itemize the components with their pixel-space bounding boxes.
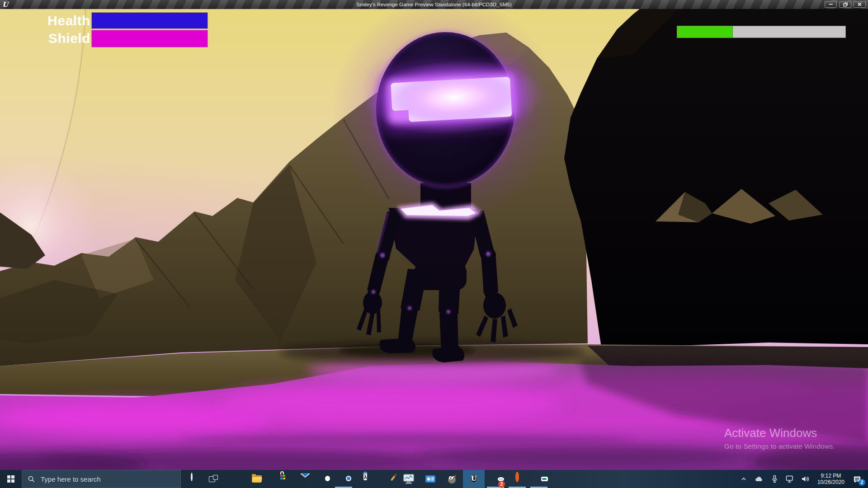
taskbar-icon-chrome[interactable] [333, 470, 354, 488]
chevron-up-icon [740, 475, 748, 483]
close-button[interactable] [854, 1, 866, 8]
minimize-button[interactable] [825, 1, 837, 8]
task-view-icon [208, 474, 219, 484]
tray-time: 9:12 PM [821, 473, 841, 479]
taskbar-icon-discord[interactable]: 2 [485, 470, 506, 488]
taskbar-icon-origin[interactable] [506, 470, 528, 488]
tray-network-button[interactable] [782, 470, 797, 488]
taskbar-icon-microsoft-store[interactable] [268, 470, 289, 488]
office-icon [316, 474, 327, 484]
gimp-icon [447, 474, 458, 484]
tray-chevron-button[interactable] [736, 470, 751, 488]
action-center-badge: 2 [859, 479, 865, 486]
taskbar-icon-system-monitor[interactable] [398, 470, 420, 488]
window-controls [825, 1, 866, 8]
screen: U Smiley's Revenge Game Preview Standalo… [0, 0, 868, 488]
speaker-icon [801, 475, 810, 483]
tray-clock[interactable]: 9:12 PM 10/26/2020 [813, 470, 849, 488]
lambda-app-icon: λ [360, 474, 371, 484]
health-bar-row: Health [47, 12, 208, 29]
tray-onedrive-button[interactable] [751, 470, 767, 488]
start-button[interactable] [0, 470, 22, 488]
streamlabs-icon [533, 474, 544, 484]
taskbar-icon-task-view[interactable] [203, 470, 224, 488]
watermark-line1: Activate Windows [724, 426, 835, 440]
taskbar-icon-lambda-app[interactable]: λ [354, 470, 376, 488]
tray-microphone-button[interactable] [767, 470, 782, 488]
microphone-icon [770, 475, 779, 483]
shield-bar-track [91, 30, 208, 47]
unreal-engine-logo-icon: U [2, 0, 8, 9]
system-tray: 9:12 PM 10/26/2020 2 [736, 470, 868, 488]
game-scene [0, 9, 868, 470]
activate-windows-watermark: Activate Windows Go to Settings to activ… [724, 426, 835, 450]
paint-icon [382, 474, 392, 484]
shield-bar-row: Shield [47, 30, 208, 47]
watermark-line2: Go to Settings to activate Windows. [724, 442, 835, 450]
taskbar-icon-mail[interactable] [289, 470, 311, 488]
boss-health-bar-fill [677, 26, 733, 38]
search-icon [28, 475, 35, 483]
mail-icon [295, 474, 306, 484]
taskbar-icon-office[interactable] [311, 470, 333, 488]
cortana-icon [186, 474, 197, 484]
action-center-button[interactable]: 2 [849, 470, 867, 488]
origin-icon [512, 474, 523, 484]
onedrive-cloud-icon [754, 475, 764, 483]
close-icon [857, 2, 862, 6]
restore-button[interactable] [839, 1, 851, 8]
window-titlebar[interactable]: U Smiley's Revenge Game Preview Standalo… [0, 0, 868, 9]
restore-icon [843, 2, 848, 7]
presentation-app-icon [425, 474, 436, 484]
microsoft-store-icon [273, 474, 284, 484]
health-label: Health [47, 12, 90, 29]
shield-label: Shield [47, 30, 90, 47]
windows-logo-icon [7, 475, 14, 483]
taskbar-search[interactable] [22, 470, 181, 488]
search-input[interactable] [40, 475, 180, 483]
taskbar-icon-paint[interactable] [376, 470, 398, 488]
discord-badge: 2 [498, 481, 505, 488]
chrome-icon [338, 474, 349, 484]
window-title: Smiley's Revenge Game Preview Standalone… [0, 0, 868, 9]
system-monitor-icon [403, 474, 414, 484]
taskbar-icon-edge[interactable] [224, 470, 246, 488]
taskbar-icon-file-explorer[interactable] [246, 470, 268, 488]
shield-bar-fill [92, 30, 208, 47]
taskbar: λ [0, 470, 868, 488]
taskbar-icon-unreal-engine[interactable]: U [463, 470, 485, 488]
health-bar-track [91, 12, 208, 29]
health-bar-fill [92, 13, 208, 28]
minimize-icon [828, 2, 834, 6]
file-explorer-icon [251, 474, 262, 484]
taskbar-icon-presentation-app[interactable] [420, 470, 441, 488]
network-display-icon [785, 475, 794, 483]
boss-health-bar-track [677, 26, 846, 38]
tray-date: 10/26/2020 [817, 479, 844, 485]
edge-icon [230, 474, 241, 484]
taskbar-icon-gimp[interactable] [441, 470, 463, 488]
unreal-engine-icon: U [468, 474, 479, 484]
taskbar-icon-streamlabs[interactable] [528, 470, 550, 488]
taskbar-apps: λ [181, 470, 550, 488]
tray-volume-button[interactable] [797, 470, 813, 488]
taskbar-icon-cortana[interactable] [181, 470, 203, 488]
game-viewport[interactable]: Health Shield Activate Windows Go to Set… [0, 9, 868, 470]
